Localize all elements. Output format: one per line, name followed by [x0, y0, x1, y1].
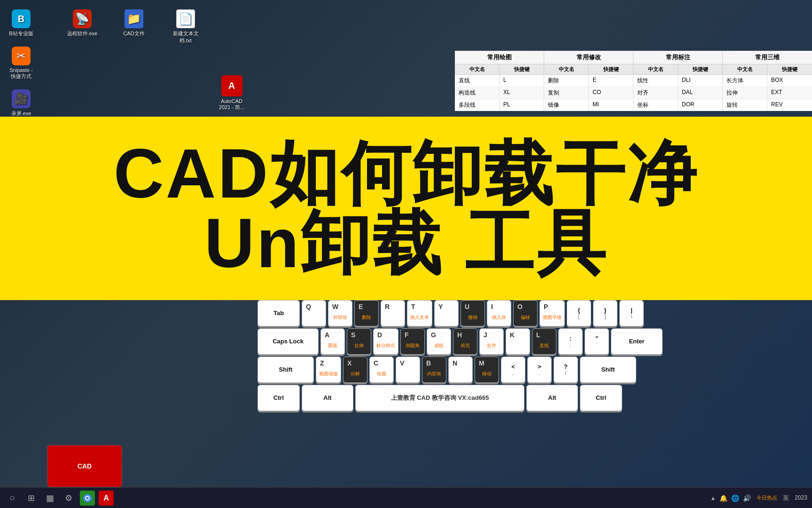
3d-key-3: REV	[767, 99, 812, 111]
ctrl-right-key[interactable]: Ctrl	[580, 385, 622, 411]
alt-right-key[interactable]: Alt	[526, 385, 578, 411]
up-arrow-icon[interactable]: ▲	[710, 495, 716, 501]
snipaste-icon[interactable]: ✂ Snipaste -快捷方式	[5, 47, 38, 80]
table-header-annotate: 常用标注	[633, 51, 723, 64]
t-key[interactable]: T 插入文本	[407, 300, 432, 326]
3d-name-2: 拉伸	[723, 87, 767, 99]
hotspot-label[interactable]: 今日热点	[757, 494, 777, 501]
time-display: 2023	[795, 494, 807, 502]
screenshot-icon[interactable]: 🎥 录屏.exe	[5, 89, 38, 117]
q-key[interactable]: Q	[302, 300, 326, 326]
m-key[interactable]: M 移动	[475, 357, 499, 383]
autocad-icon[interactable]: A AutoCAD2021 - 简...	[215, 75, 248, 111]
taskbar-right: ▲ 🔔 🌐 🔊 今日热点 英 2023	[710, 494, 807, 502]
p-key[interactable]: P 视图平移	[539, 300, 565, 326]
table-header-draw: 常用绘图	[455, 51, 544, 64]
j-key[interactable]: J 合并	[479, 328, 504, 355]
modify-name-3: 镜像	[544, 99, 589, 111]
less-key[interactable]: < ,	[501, 357, 525, 383]
draw-name-2: 构造线	[455, 87, 500, 99]
shift-left-key[interactable]: Shift	[258, 357, 314, 383]
annotate-key-3: DOR	[678, 99, 723, 111]
w-key[interactable]: W 外部块	[328, 300, 352, 326]
greater-key[interactable]: > .	[527, 357, 552, 383]
autocad-taskbar-icon[interactable]: A	[99, 491, 114, 506]
language-indicator[interactable]: 英	[783, 494, 789, 502]
y-key[interactable]: Y	[434, 300, 459, 326]
cad-shortcut-table: 常用绘图 常用修改 常用标注 常用三维 中文名 快捷键 中文名 快捷键 中文名 …	[455, 51, 812, 111]
snipaste-label: Snipaste -快捷方式	[9, 67, 33, 80]
txt-file-label: 新建文本文档.txt	[173, 30, 199, 44]
time-text: 2023	[795, 494, 807, 502]
tab-key[interactable]: Tab	[258, 300, 300, 326]
draw-key-3: PL	[500, 99, 544, 111]
s-key[interactable]: S 拉伸	[347, 328, 371, 355]
shift-right-key[interactable]: Shift	[580, 357, 636, 383]
o-key[interactable]: O 偏移	[513, 300, 538, 326]
k-key[interactable]: K	[506, 328, 530, 355]
col-cn-4: 中文名	[723, 64, 767, 74]
annotate-key-2: DAL	[678, 87, 723, 99]
g-key[interactable]: G 成组	[427, 328, 451, 355]
notification-icon[interactable]: 🔔	[719, 494, 727, 502]
d-key[interactable]: D 标注样式	[373, 328, 398, 355]
annotate-name-2: 对齐	[633, 87, 678, 99]
l-key[interactable]: L 直线	[532, 328, 556, 355]
c-key[interactable]: C 绘圆	[369, 357, 394, 383]
modify-key-2: CO	[589, 87, 633, 99]
annotate-key-1: DLI	[678, 75, 723, 87]
chrome-taskbar-icon[interactable]	[80, 491, 95, 506]
f-key[interactable]: F 倒圆角	[400, 328, 425, 355]
cad-file-icon[interactable]: 📁 CAD文件	[117, 9, 150, 44]
modify-key-3: MI	[589, 99, 633, 111]
yellow-banner: CAD如何卸载干净 Un卸载 工具	[0, 117, 812, 300]
u-key[interactable]: U 撤销	[461, 300, 485, 326]
bilibili-label: B站专业版	[9, 30, 33, 37]
alt-left-key[interactable]: Alt	[302, 385, 353, 411]
i-key[interactable]: I 插入块	[487, 300, 511, 326]
col-cn-1: 中文名	[455, 64, 500, 74]
spacebar-key[interactable]: 上壹教育 CAD 教学咨询 VX:cad665	[355, 385, 524, 411]
3d-name-3: 旋转	[723, 99, 767, 111]
bracket-open-key[interactable]: { [	[567, 300, 591, 326]
txt-file-icon[interactable]: 📄 新建文本文档.txt	[169, 9, 202, 44]
annotate-name-1: 线性	[633, 75, 678, 87]
capslock-key[interactable]: Caps Lock	[258, 328, 319, 355]
question-key[interactable]: ? /	[554, 357, 578, 383]
b-key[interactable]: B 内部块	[422, 357, 446, 383]
status-icons: ▲ 🔔 🌐 🔊	[710, 494, 751, 502]
colon-key[interactable]: : ;	[558, 328, 583, 355]
keyboard-row-ctrl: Ctrl Alt 上壹教育 CAD 教学咨询 VX:cad665 Alt Ctr…	[258, 385, 812, 411]
quote-key[interactable]: " '	[585, 328, 609, 355]
taskview-taskbar-icon[interactable]: ⊞	[23, 491, 39, 506]
keyboard-row-caps: Caps Lock A 圆弧 S 拉伸 D 标注样式 F 倒圆角 G 成组	[258, 328, 812, 355]
a-key[interactable]: A 圆弧	[320, 328, 345, 355]
r-key[interactable]: R	[381, 300, 405, 326]
hotspot-area: 今日热点	[757, 494, 777, 501]
network-icon[interactable]: 🌐	[731, 494, 739, 502]
v-key[interactable]: V	[396, 357, 420, 383]
remote-software-label: 远程软件.exe	[67, 30, 98, 37]
bilibili-icon[interactable]: B B站专业版	[5, 9, 38, 37]
taskbar: CAD ○ ⊞ ▦ ⚙ A ▲ 🔔 🌐 🔊 今日热点 英	[0, 487, 812, 508]
backslash-key[interactable]: | \	[619, 300, 644, 326]
remote-software-icon[interactable]: 📡 远程软件.exe	[66, 9, 99, 44]
enter-key[interactable]: Enter	[611, 328, 663, 355]
svg-point-2	[86, 497, 89, 500]
cad-file-label: CAD文件	[123, 30, 144, 37]
search-taskbar-icon[interactable]: ○	[5, 491, 20, 506]
settings-taskbar-icon[interactable]: ⚙	[61, 491, 76, 506]
modify-name-2: 复制	[544, 87, 589, 99]
widgets-taskbar-icon[interactable]: ▦	[42, 491, 57, 506]
bracket-close-key[interactable]: } ]	[593, 300, 617, 326]
h-key[interactable]: H 填充	[453, 328, 477, 355]
z-key[interactable]: Z 视图缩放	[316, 357, 341, 383]
3d-name-1: 长方体	[723, 75, 767, 87]
ctrl-left-key[interactable]: Ctrl	[258, 385, 300, 411]
x-key[interactable]: X 分解	[343, 357, 367, 383]
volume-icon[interactable]: 🔊	[743, 494, 751, 502]
table-header-modify: 常用修改	[544, 51, 633, 64]
app-preview-thumbnail: CAD	[47, 445, 122, 487]
n-key[interactable]: N	[448, 357, 473, 383]
e-key[interactable]: E 删除	[354, 300, 379, 326]
